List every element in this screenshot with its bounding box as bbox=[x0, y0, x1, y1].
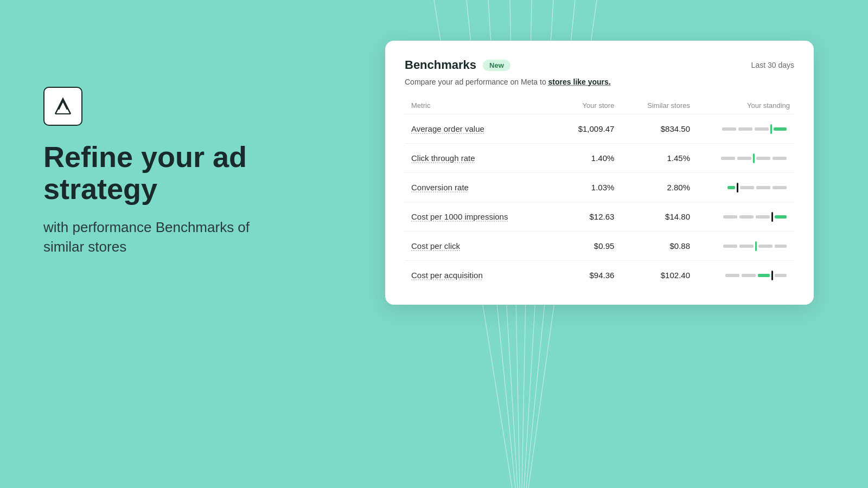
col-your-standing: Your standing bbox=[697, 97, 794, 114]
subtitle-bold: stores like yours. bbox=[548, 78, 611, 86]
your-store-value: $1,009.47 bbox=[554, 114, 621, 144]
table-row: Conversion rate 1.03% 2.80% bbox=[405, 173, 794, 202]
metric-name: Average order value bbox=[411, 124, 484, 133]
your-store-value: $0.95 bbox=[554, 232, 621, 261]
table-row: Average order value $1,009.47 $834.50 bbox=[405, 114, 794, 144]
your-store-value: 1.40% bbox=[554, 144, 621, 173]
card-title-row: Benchmarks New bbox=[405, 58, 510, 72]
card-header: Benchmarks New Last 30 days bbox=[405, 58, 794, 72]
date-range: Last 30 days bbox=[751, 61, 794, 69]
logo bbox=[43, 87, 82, 126]
metric-name: Cost per acquisition bbox=[411, 271, 483, 280]
standing-cell bbox=[697, 144, 794, 173]
your-store-value: 1.03% bbox=[554, 173, 621, 202]
sub-headline: with performance Benchmarks of similar s… bbox=[43, 217, 277, 257]
standing-cell bbox=[697, 232, 794, 261]
your-store-value: $94.36 bbox=[554, 261, 621, 290]
benchmarks-card: Benchmarks New Last 30 days Compare your… bbox=[385, 41, 814, 305]
similar-stores-value: $102.40 bbox=[621, 261, 697, 290]
metric-name: Cost per 1000 impressions bbox=[411, 212, 508, 221]
table-row: Cost per 1000 impressions $12.63 $14.80 bbox=[405, 202, 794, 232]
similar-stores-value: 1.45% bbox=[621, 144, 697, 173]
col-metric: Metric bbox=[405, 97, 554, 114]
col-your-store: Your store bbox=[554, 97, 621, 114]
metric-name: Cost per click bbox=[411, 241, 460, 251]
benchmarks-table: Metric Your store Similar stores Your st… bbox=[405, 97, 794, 290]
similar-stores-value: $14.80 bbox=[621, 202, 697, 232]
logo-icon bbox=[51, 94, 75, 118]
similar-stores-value: $0.88 bbox=[621, 232, 697, 261]
table-header-row: Metric Your store Similar stores Your st… bbox=[405, 97, 794, 114]
metric-name: Conversion rate bbox=[411, 183, 469, 192]
your-store-value: $12.63 bbox=[554, 202, 621, 232]
metric-name: Click through rate bbox=[411, 153, 475, 163]
standing-cell bbox=[697, 114, 794, 144]
card-subtitle: Compare your ad performance on Meta to s… bbox=[405, 78, 794, 86]
table-row: Cost per click $0.95 $0.88 bbox=[405, 232, 794, 261]
similar-stores-value: $834.50 bbox=[621, 114, 697, 144]
table-row: Click through rate 1.40% 1.45% bbox=[405, 144, 794, 173]
standing-cell bbox=[697, 261, 794, 290]
main-headline: Refine your ad strategy bbox=[43, 141, 277, 206]
standing-cell bbox=[697, 173, 794, 202]
new-badge: New bbox=[483, 60, 510, 71]
standing-cell bbox=[697, 202, 794, 232]
card-title: Benchmarks bbox=[405, 58, 476, 72]
table-row: Cost per acquisition $94.36 $102.40 bbox=[405, 261, 794, 290]
similar-stores-value: 2.80% bbox=[621, 173, 697, 202]
col-similar-stores: Similar stores bbox=[621, 97, 697, 114]
subtitle-text: Compare your ad performance on Meta to bbox=[405, 78, 548, 86]
